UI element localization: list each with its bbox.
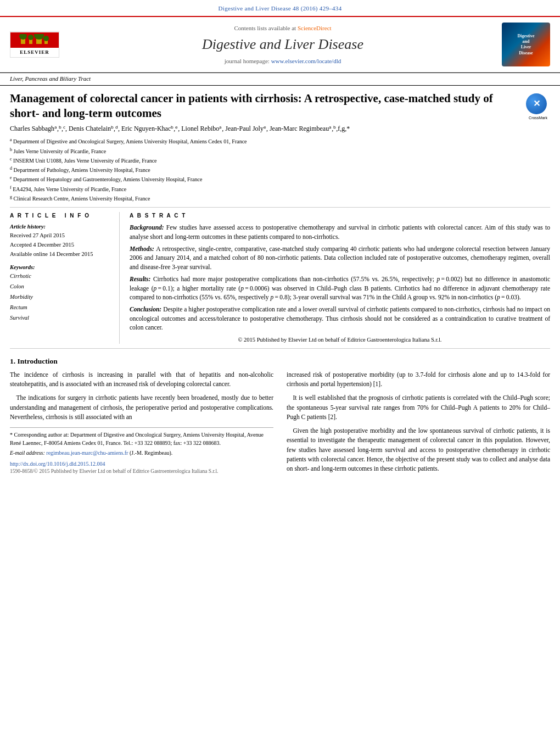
keyword-rectum: Rectum bbox=[10, 303, 110, 313]
issn-line: 1590-8658/© 2015 Published by Elsevier L… bbox=[10, 468, 273, 475]
top-banner: ELSEVIER Contents lists available at Sci… bbox=[0, 17, 560, 72]
crossmark-label: CrossMark bbox=[526, 115, 550, 121]
elsevier-logo: ELSEVIER bbox=[10, 31, 59, 58]
abstract-results: Results: Cirrhotics had more major posto… bbox=[130, 275, 550, 302]
affiliation-a: a Department of Digestive and Oncologica… bbox=[10, 137, 550, 146]
journal-title-area: Contents lists available at ScienceDirec… bbox=[70, 24, 495, 65]
journal-name: Digestive and Liver Disease bbox=[70, 35, 495, 54]
journal-citation-header: Digestive and Liver Disease 48 (2016) 42… bbox=[0, 0, 560, 17]
svg-point-1 bbox=[19, 34, 27, 40]
section1-title: 1. Introduction bbox=[10, 356, 550, 367]
title-area: Management of colorectal cancer in patie… bbox=[10, 86, 550, 125]
article-title: Management of colorectal cancer in patie… bbox=[10, 91, 520, 121]
methods-label: Methods: bbox=[130, 246, 156, 252]
keyword-cirrhotic: Cirrhotic bbox=[10, 271, 110, 282]
journal-logo-text: DigestiveandLiverDisease bbox=[517, 34, 534, 57]
homepage-label: journal homepage: bbox=[225, 58, 270, 64]
affiliation-d: d Department of Pathology, Amiens Univer… bbox=[10, 165, 550, 174]
abstract-copyright: © 2015 Published by Elsevier Ltd on beha… bbox=[130, 336, 550, 344]
affiliation-f: f EA4294, Jules Verne University of Pica… bbox=[10, 185, 550, 193]
contents-line: Contents lists available at ScienceDirec… bbox=[70, 24, 495, 32]
journal-logo-graphic: DigestiveandLiverDisease bbox=[502, 23, 550, 66]
affiliation-g: g Clinical Research Centre, Amiens Unive… bbox=[10, 194, 550, 203]
footnote-area: * Corresponding author at: Department of… bbox=[10, 427, 273, 457]
article-history: Article history: Received 27 April 2015 … bbox=[10, 223, 110, 259]
affiliation-e: e Department of Hepatology and Gastroent… bbox=[10, 175, 550, 183]
affiliations: a Department of Digestive and Oncologica… bbox=[10, 137, 550, 203]
body-section: 1. Introduction The incidence of cirrhos… bbox=[10, 356, 550, 478]
abstract-column: A B S T R A C T Background: Few studies … bbox=[120, 212, 550, 344]
authors-line: Charles Sabbaghᵃ,ᵇ,ᶜ, Denis Chatelainᵇ,ᵈ… bbox=[10, 124, 550, 133]
footnote-email-line: E-mail address: regimbeau.jean-marc@chu-… bbox=[10, 449, 273, 457]
body-para-1: The incidence of cirrhosis is increasing… bbox=[10, 370, 273, 389]
conclusion-label: Conclusion: bbox=[130, 306, 163, 313]
journal-homepage: journal homepage: www.elsevier.com/locat… bbox=[70, 57, 495, 65]
article-keywords: Keywords: Cirrhotic Colon Morbidity Rect… bbox=[10, 264, 110, 323]
keywords-list: Cirrhotic Colon Morbidity Rectum Surviva… bbox=[10, 271, 110, 323]
background-label: Background: bbox=[130, 224, 166, 231]
svg-point-7 bbox=[43, 36, 49, 41]
abstract-conclusion: Conclusion: Despite a higher postoperati… bbox=[130, 305, 550, 332]
authors-text: Charles Sabbaghᵃ,ᵇ,ᶜ, Denis Chatelainᵇ,ᵈ… bbox=[10, 125, 350, 132]
body-right-text: increased risk of postoperative morbidit… bbox=[287, 370, 550, 474]
abstract-header: A B S T R A C T bbox=[130, 212, 550, 220]
divider2 bbox=[10, 348, 550, 349]
elsevier-logo-graphic bbox=[10, 32, 59, 48]
body-para-right-1: increased risk of postoperative morbidit… bbox=[287, 370, 550, 389]
contents-text: Contents lists available at bbox=[234, 25, 296, 31]
elsevier-logo-area: ELSEVIER bbox=[10, 31, 70, 58]
results-label: Results: bbox=[130, 276, 153, 282]
doi-text[interactable]: http://dx.doi.org/10.1016/j.dld.2015.12.… bbox=[10, 461, 105, 467]
accepted-date: Accepted 4 December 2015 bbox=[10, 241, 110, 250]
info-abstract-columns: A R T I C L E I N F O Article history: R… bbox=[10, 212, 550, 344]
keywords-label: Keywords: bbox=[10, 264, 110, 272]
body-two-columns: The incidence of cirrhosis is increasing… bbox=[10, 370, 550, 478]
sciencedirect-link[interactable]: ScienceDirect bbox=[298, 25, 332, 31]
journal-logo-area: DigestiveandLiverDisease bbox=[495, 23, 550, 66]
section1-title-text: Introduction bbox=[18, 357, 58, 365]
elsevier-wordmark: ELSEVIER bbox=[20, 48, 49, 57]
abstract-text: Background: Few studies have assessed ac… bbox=[130, 223, 550, 344]
svg-point-3 bbox=[28, 35, 33, 40]
article-info-header: A R T I C L E I N F O bbox=[10, 212, 110, 220]
body-para-right-3: Given the high postoperative morbidity a… bbox=[287, 426, 550, 473]
svg-point-5 bbox=[34, 34, 44, 40]
available-date: Available online 14 December 2015 bbox=[10, 250, 110, 259]
received-date: Received 27 April 2015 bbox=[10, 231, 110, 241]
elsevier-tree-icon bbox=[18, 34, 51, 46]
homepage-url[interactable]: www.elsevier.com/locate/dld bbox=[271, 58, 341, 64]
section1-number: 1. bbox=[10, 357, 15, 365]
body-left-column: The incidence of cirrhosis is increasing… bbox=[10, 370, 273, 478]
body-right-column: increased risk of postoperative morbidit… bbox=[287, 370, 550, 478]
keyword-colon: Colon bbox=[10, 282, 110, 292]
keyword-survival: Survival bbox=[10, 313, 110, 323]
affiliation-c: c INSERM Unit U1088, Jules Verne Univers… bbox=[10, 156, 550, 165]
citation-text: Digestive and Liver Disease 48 (2016) 42… bbox=[219, 5, 342, 12]
body-para-2: The indications for surgery in cirrhotic… bbox=[10, 393, 273, 422]
email-label: E-mail address: bbox=[10, 450, 45, 456]
body-left-text: The incidence of cirrhosis is increasing… bbox=[10, 370, 273, 422]
affiliation-b: b Jules Verne University of Picardie, Fr… bbox=[10, 147, 550, 155]
crossmark-icon: ✕ bbox=[526, 93, 547, 114]
article-info-column: A R T I C L E I N F O Article history: R… bbox=[10, 212, 120, 344]
footnote-star-text: * Corresponding author at: Department of… bbox=[10, 431, 273, 447]
abstract-background: Background: Few studies have assessed ac… bbox=[130, 223, 550, 241]
history-label: Article history: bbox=[10, 223, 110, 231]
divider bbox=[10, 207, 550, 208]
body-para-right-2: It is well established that the prognosi… bbox=[287, 393, 550, 422]
email-link[interactable]: regimbeau.jean-marc@chu-amiens.fr bbox=[46, 450, 128, 456]
keyword-morbidity: Morbidity bbox=[10, 292, 110, 303]
abstract-methods: Methods: A retrospective, single-centre,… bbox=[130, 244, 550, 272]
doi-line: http://dx.doi.org/10.1016/j.dld.2015.12.… bbox=[10, 460, 273, 468]
email-suffix: (J.-M. Regimbeau). bbox=[130, 450, 172, 456]
crossmark-logo: ✕ CrossMark bbox=[526, 93, 550, 121]
article-main: Management of colorectal cancer in patie… bbox=[0, 86, 560, 478]
section-tag: Liver, Pancreas and Biliary Tract bbox=[0, 72, 560, 85]
